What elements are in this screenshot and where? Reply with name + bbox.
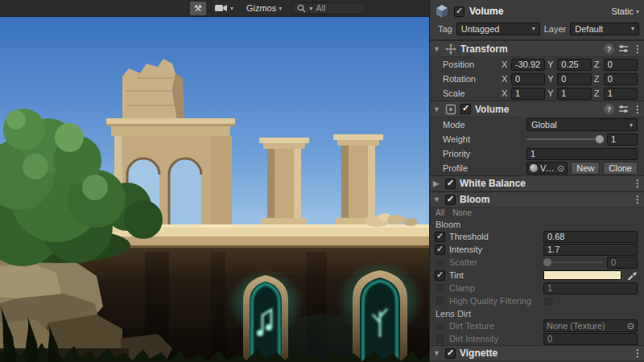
position-z-field[interactable]: 0 bbox=[604, 59, 638, 71]
threshold-field[interactable]: 0.68 bbox=[543, 231, 638, 243]
weight-label: Weight bbox=[443, 134, 523, 144]
clamp-field[interactable]: 1 bbox=[543, 282, 638, 294]
scale-x-field[interactable]: 1 bbox=[511, 88, 545, 100]
field-value: 0.25 bbox=[561, 60, 578, 69]
dirt-texture-field[interactable]: None (Texture) ⊙ bbox=[543, 319, 638, 332]
volume-component-header[interactable]: Volume ? ⋮ bbox=[430, 101, 644, 117]
axis-y-label: Y bbox=[547, 74, 555, 84]
all-link[interactable]: All bbox=[436, 208, 444, 217]
weight-field[interactable]: 1 bbox=[607, 134, 638, 146]
override-checkbox[interactable] bbox=[435, 321, 445, 331]
component-enabled-checkbox[interactable] bbox=[460, 104, 471, 114]
vignette-header[interactable]: Vignette ⋮ bbox=[430, 345, 644, 361]
field-value: 1 bbox=[611, 134, 616, 144]
more-options-icon[interactable]: ⋮ bbox=[633, 104, 639, 115]
transform-row-scale: Scale X 1 Y 1 Z 1 bbox=[430, 86, 644, 101]
lens-dirt-section-label: Lens Dirt bbox=[430, 307, 644, 319]
override-checkbox[interactable] bbox=[435, 334, 445, 344]
bloom-header[interactable]: Bloom ⋮ bbox=[430, 191, 644, 208]
weight-slider[interactable] bbox=[526, 133, 604, 146]
intensity-label: Intensity bbox=[449, 245, 539, 254]
cube-icon bbox=[435, 4, 449, 19]
object-picker-icon[interactable]: ⊙ bbox=[557, 163, 564, 174]
new-profile-button[interactable]: New bbox=[571, 162, 600, 175]
priority-label: Priority bbox=[443, 149, 523, 158]
override-enabled-checkbox[interactable] bbox=[445, 179, 456, 189]
field-value: -30.92 bbox=[515, 60, 540, 69]
gameobject-header: Volume Static ▾ Tag Untagged Layer Defau… bbox=[430, 0, 644, 40]
hqf-checkbox[interactable] bbox=[543, 296, 554, 306]
priority-field[interactable]: 1 bbox=[526, 148, 638, 160]
field-value: 1 bbox=[608, 88, 613, 98]
profile-object-field[interactable]: Volume_Gl ⊙ bbox=[526, 162, 568, 175]
preset-icon[interactable] bbox=[618, 105, 629, 113]
clone-profile-button[interactable]: Clone bbox=[603, 162, 638, 175]
position-y-field[interactable]: 0.25 bbox=[557, 59, 591, 71]
more-options-icon[interactable]: ⋮ bbox=[633, 194, 639, 205]
help-icon[interactable]: ? bbox=[604, 104, 614, 114]
camera-view-button[interactable]: ▾ bbox=[211, 2, 237, 15]
scale-y-field[interactable]: 1 bbox=[557, 88, 591, 100]
override-checkbox[interactable] bbox=[435, 232, 445, 242]
gameobject-name[interactable]: Volume bbox=[469, 6, 606, 17]
override-checkbox[interactable] bbox=[435, 296, 445, 306]
camera-icon bbox=[215, 4, 228, 12]
axis-z-label: Z bbox=[594, 74, 601, 84]
override-checkbox[interactable] bbox=[435, 257, 445, 268]
tint-swatch[interactable] bbox=[543, 270, 621, 280]
profile-label: Profile bbox=[443, 163, 523, 173]
rotation-z-field[interactable]: 0 bbox=[604, 73, 638, 85]
override-checkbox[interactable] bbox=[435, 283, 445, 294]
none-link[interactable]: None bbox=[452, 208, 472, 217]
layer-dropdown[interactable]: Default bbox=[570, 23, 639, 35]
transform-row-position: Position X -30.92 Y 0.25 Z 0 bbox=[430, 57, 644, 72]
scene-search-field[interactable]: ▾ All bbox=[291, 2, 367, 14]
field-value: 1 bbox=[515, 88, 520, 98]
scene-view[interactable]: ⚒ ▾ Gizmos ▾ ▾ All bbox=[0, 0, 429, 362]
dirt-intensity-field[interactable]: 0 bbox=[543, 333, 638, 345]
dirt-texture-row: Dirt Texture None (Texture) ⊙ bbox=[430, 319, 644, 332]
static-dropdown[interactable]: Static ▾ bbox=[611, 6, 639, 16]
white-balance-header[interactable]: White Balance ⋮ bbox=[430, 175, 644, 191]
transform-header[interactable]: Transform ? ⋮ bbox=[430, 40, 644, 57]
field-value: None (Texture) bbox=[547, 321, 605, 331]
scatter-field[interactable]: 0 bbox=[607, 257, 638, 269]
override-enabled-checkbox[interactable] bbox=[445, 348, 456, 359]
scatter-slider[interactable] bbox=[543, 256, 603, 269]
axis-x-label: X bbox=[502, 60, 509, 69]
override-checkbox[interactable] bbox=[435, 245, 445, 255]
gameobject-active-checkbox[interactable] bbox=[454, 6, 464, 17]
more-options-icon[interactable]: ⋮ bbox=[633, 348, 639, 359]
foldout-icon[interactable] bbox=[433, 45, 441, 53]
axis-x-label: X bbox=[502, 88, 509, 98]
more-options-icon[interactable]: ⋮ bbox=[633, 43, 639, 55]
mode-dropdown[interactable]: Global bbox=[526, 118, 638, 131]
inspector-panel: Volume Static ▾ Tag Untagged Layer Defau… bbox=[429, 0, 644, 362]
scene-tools-button[interactable]: ⚒ bbox=[190, 2, 206, 15]
axis-x-label: X bbox=[502, 74, 509, 84]
search-value: All bbox=[316, 3, 325, 13]
scene-canvas[interactable] bbox=[0, 17, 429, 362]
intensity-field[interactable]: 1.7 bbox=[543, 244, 638, 256]
axis-z-label: Z bbox=[594, 60, 601, 69]
foldout-icon[interactable] bbox=[433, 349, 441, 357]
gizmos-dropdown[interactable]: Gizmos ▾ bbox=[242, 2, 286, 15]
position-x-field[interactable]: -30.92 bbox=[511, 59, 545, 71]
foldout-icon[interactable] bbox=[433, 105, 441, 113]
rotation-x-field[interactable]: 0 bbox=[511, 73, 545, 85]
field-value: 0 bbox=[515, 74, 520, 84]
override-checkbox[interactable] bbox=[435, 270, 445, 281]
object-picker-icon[interactable]: ⊙ bbox=[627, 321, 634, 331]
rotation-y-field[interactable]: 0 bbox=[557, 73, 591, 85]
override-enabled-checkbox[interactable] bbox=[445, 195, 456, 205]
preset-icon[interactable] bbox=[618, 44, 629, 53]
tag-dropdown[interactable]: Untagged bbox=[456, 23, 540, 35]
eyedropper-icon[interactable] bbox=[625, 270, 638, 280]
override-toggle-links: All None bbox=[430, 208, 644, 218]
help-icon[interactable]: ? bbox=[604, 43, 614, 54]
foldout-icon[interactable] bbox=[433, 179, 441, 187]
foldout-icon[interactable] bbox=[433, 195, 441, 204]
scale-z-field[interactable]: 1 bbox=[604, 88, 638, 100]
field-value: 0 bbox=[561, 74, 566, 84]
more-options-icon[interactable]: ⋮ bbox=[633, 178, 639, 189]
